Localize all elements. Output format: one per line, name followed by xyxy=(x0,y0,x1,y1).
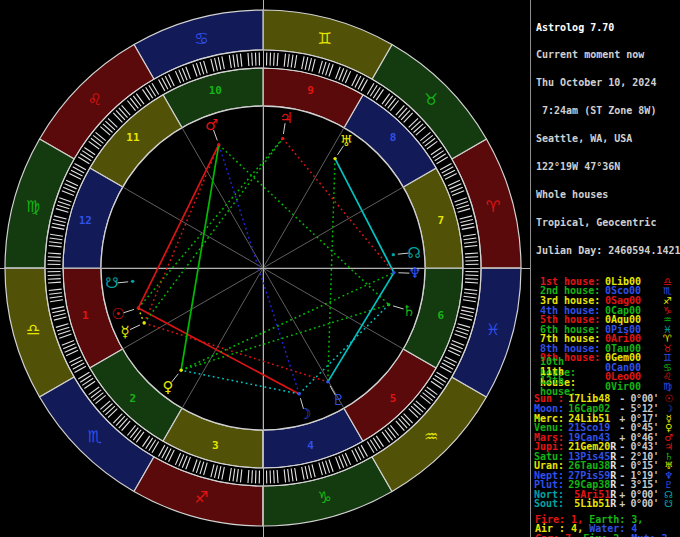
planet-row: Sout:5Lib51R+ 0°00'☋ xyxy=(531,499,680,509)
wheel-planet-glyph-sun: ☉ xyxy=(112,305,125,323)
wheel-planet-glyph-mars: ♂ xyxy=(205,116,218,134)
house-number-9: 9 xyxy=(307,84,314,97)
planet-icon: ☋ xyxy=(662,498,675,509)
sign-glyph-scorpio: ♏ xyxy=(88,427,102,446)
sign-glyph-cancer: ♋ xyxy=(194,29,208,48)
astrolog-window: ♈♉♊♋♌♍♎♏♐♑♒♓123456789101112☉☽☿♀♂♃♄♅♆♇☊☋ … xyxy=(0,0,680,537)
header-line-place: Seattle, WA, USA xyxy=(536,134,680,143)
wheel-planet-glyph-saturn: ♄ xyxy=(402,302,415,320)
house-number-2: 2 xyxy=(130,392,137,405)
wheel-planet-glyph-mercury: ☿ xyxy=(120,323,129,341)
header-line-zodiac: Tropical, Geocentric xyxy=(536,218,680,227)
house-list: 1st house:0Lib00♎2nd house:0Sco00♏3rd ho… xyxy=(531,277,680,392)
retrograde-flag: R xyxy=(610,498,617,509)
stats-block: Fire: 1, Earth: 3,Air : 4, Water: 4Car: … xyxy=(531,515,680,537)
house-number-4: 4 xyxy=(307,439,314,452)
wheel-planet-glyph-southnode: ☋ xyxy=(105,274,118,292)
house-number-5: 5 xyxy=(390,392,397,405)
house-number-3: 3 xyxy=(212,439,219,452)
sign-glyph-libra: ♎ xyxy=(26,320,40,339)
header-line-julian-day: Julian Day: 2460594.14214 xyxy=(536,246,680,255)
zodiac-sign-icon: ♍ xyxy=(661,381,674,392)
sign-glyph-leo: ♌ xyxy=(88,90,102,109)
sign-glyph-virgo: ♍ xyxy=(26,197,40,216)
sign-glyph-capricorn: ♑ xyxy=(317,488,331,507)
sign-glyph-aries: ♈ xyxy=(486,197,500,216)
header-line-date: Thu October 10, 2024 xyxy=(536,78,680,87)
house-number-12: 12 xyxy=(79,214,92,227)
sign-glyph-taurus: ♉ xyxy=(424,90,438,109)
stat-segment: Fix: 2, xyxy=(583,533,631,537)
header-line-time: 7:24am (ST Zone 8W) xyxy=(536,106,680,115)
wheel-planet-glyph-moon: ☽ xyxy=(298,405,311,423)
house-number-7: 7 xyxy=(437,214,444,227)
wheel-planet-glyph-uranus: ♅ xyxy=(340,132,353,150)
header-line-moment: Current moment now xyxy=(536,50,680,59)
info-sidebar: Astrolog 7.70 Current moment now Thu Oct… xyxy=(530,0,680,537)
wheel-planet-glyph-pluto: ♇ xyxy=(331,391,344,409)
chart-header: Astrolog 7.70 Current moment now Thu Oct… xyxy=(531,0,680,274)
sign-glyph-aquarius: ♒ xyxy=(424,427,438,446)
house-number-11: 11 xyxy=(126,131,140,144)
wheel-planet-glyph-northnode: ☊ xyxy=(408,244,421,262)
house-number-6: 6 xyxy=(437,309,444,322)
planet-label: Sout: xyxy=(534,498,566,509)
sign-glyph-sagittarius: ♐ xyxy=(194,488,208,507)
planet-latitude: + 0°00' xyxy=(619,498,662,509)
planet-position: 5Lib51 xyxy=(566,498,610,509)
house-number-1: 1 xyxy=(82,309,89,322)
sign-glyph-gemini: ♊ xyxy=(317,29,331,48)
planet-list: Sun :17Lib48- 0°00'☉Moon:16Cap02- 5°12'☽… xyxy=(531,394,680,509)
header-line-house-system: Whole houses xyxy=(536,190,680,199)
sign-glyph-pisces: ♓ xyxy=(486,320,500,339)
wheel-planet-glyph-jupiter: ♃ xyxy=(279,109,292,127)
house-cusp-value: 0Vir00 xyxy=(605,381,645,392)
header-line-coords: 122°19W 47°36N xyxy=(536,162,680,171)
stat-segment: Car: 7, xyxy=(535,533,583,537)
house-row: 12th house:0Vir00♍ xyxy=(531,382,680,392)
app-title: Astrolog 7.70 xyxy=(536,23,680,32)
house-number-10: 10 xyxy=(209,84,222,97)
house-number-8: 8 xyxy=(390,131,397,144)
stat-segment: Mut: 3 xyxy=(631,533,667,537)
wheel-planet-glyph-venus: ♀ xyxy=(162,378,173,396)
wheel-planet-glyph-neptune: ♆ xyxy=(408,264,421,282)
